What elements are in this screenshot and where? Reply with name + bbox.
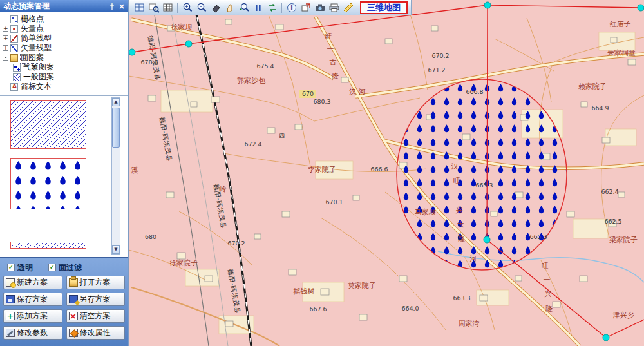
tree-item-arrow-text[interactable]: 箭标文本 [3, 82, 128, 91]
tree-item-area-pattern[interactable]: - 面图案 [3, 53, 128, 62]
export-icon[interactable] [299, 1, 312, 14]
vector-point-icon [10, 25, 18, 33]
close-icon[interactable]: × [118, 3, 125, 10]
app-window: 德阳-阿坝茂县德阳-阿坝茂县德阳-阿坝茂县德阳-阿坝茂县678.8675.467… [0, 0, 644, 346]
panel-title: 动态预案管理 [3, 1, 108, 12]
svg-text:670.2: 670.2 [431, 52, 449, 59]
scroll-thumb[interactable] [112, 108, 120, 148]
map-canvas[interactable]: 德阳-阿坝茂县德阳-阿坝茂县德阳-阿坝茂县德阳-阿坝茂县678.8675.467… [129, 0, 644, 346]
svg-text:一: 一 [327, 45, 334, 53]
svg-text:周家湾: 周家湾 [459, 320, 480, 328]
scroll-up-icon[interactable]: ▲ [112, 98, 120, 106]
svg-text:662.4: 662.4 [601, 188, 618, 195]
grid-point-icon [10, 15, 18, 23]
info-icon[interactable]: i [285, 1, 298, 14]
tree-item-vector-line[interactable]: + 矢量线型 [3, 43, 128, 53]
edit-params-icon [6, 329, 15, 337]
edit-params-button[interactable]: 修改参数 [3, 326, 62, 340]
saveas-plan-button[interactable]: 另存方案 [66, 293, 126, 306]
svg-text:680.3: 680.3 [313, 98, 330, 105]
pan-icon[interactable] [223, 1, 236, 14]
svg-text:摇钱树: 摇钱树 [294, 287, 315, 296]
open-plan-button[interactable]: 打开方案 [66, 276, 126, 289]
svg-text:665.3: 665.3 [475, 182, 493, 189]
add-plan-button[interactable]: 添加方案 [3, 309, 62, 323]
checkbox-label: 面过滤 [59, 262, 82, 273]
expand-icon[interactable]: + [3, 35, 8, 41]
tree-item-grid-point[interactable]: 栅格点 [3, 14, 128, 24]
zoom-out-icon[interactable] [194, 1, 208, 14]
snapshot-icon[interactable] [313, 1, 327, 14]
arrow-text-icon [10, 83, 18, 91]
pattern-swatch-drops[interactable] [10, 158, 86, 209]
pattern-swatch-partial[interactable] [10, 242, 86, 249]
print-icon[interactable] [327, 1, 341, 14]
check-icon: ✓ [7, 264, 15, 271]
svg-text:李家院子: 李家院子 [308, 166, 336, 174]
scroll-down-icon[interactable]: ▼ [112, 245, 120, 254]
svg-text:徐家坝: 徐家坝 [171, 23, 193, 32]
area-filter-checkbox[interactable]: ✓ 面过滤 [48, 262, 82, 273]
tree-item-label: 箭标文本 [21, 81, 52, 92]
svg-text:663.3: 663.3 [453, 294, 470, 302]
panel-titlebar: 动态预案管理 × [0, 0, 128, 12]
edit-attrs-icon [69, 329, 78, 337]
plan-controls: ✓ 透明 ✓ 面过滤 新建方案 打开方案 保存方案 另存方案 添加方案 清空方案… [0, 257, 128, 346]
pause-icon[interactable] [251, 1, 265, 14]
pattern-swatch-hatch[interactable] [10, 100, 86, 149]
svg-text:675.4: 675.4 [256, 62, 274, 70]
svg-text:隆: 隆 [546, 305, 553, 313]
expand-icon[interactable]: + [3, 45, 8, 51]
toolbar-separator [281, 3, 282, 13]
grid-icon[interactable] [161, 1, 175, 14]
pin-icon[interactable] [108, 3, 116, 10]
edit-attrs-button[interactable]: 修改属性 [66, 326, 126, 340]
layer-tree: 栅格点 + 矢量点 + 简单线型 + 矢量线型 - 面图案 [0, 12, 128, 96]
svg-text:汉 河: 汉 河 [349, 88, 366, 96]
pattern-list-scrollbar[interactable]: ▲ ▼ [111, 97, 120, 255]
erase-icon[interactable] [209, 1, 222, 14]
svg-text:671.2: 671.2 [428, 66, 445, 73]
save-plan-button[interactable]: 保存方案 [3, 293, 62, 306]
swap-icon[interactable] [265, 1, 279, 14]
expand-icon[interactable]: + [3, 26, 8, 32]
svg-text:664.9: 664.9 [591, 104, 609, 111]
svg-text:梁家院子: 梁家院子 [609, 236, 638, 244]
collapse-icon[interactable]: - [3, 55, 8, 61]
svg-text:662.5: 662.5 [604, 218, 621, 225]
svg-text:旺: 旺 [325, 32, 332, 41]
measure-icon[interactable] [341, 1, 355, 14]
svg-text:680: 680 [145, 233, 156, 240]
saveas-plan-icon [69, 295, 78, 303]
map-toolbar: i 三维地图 [129, 0, 412, 15]
svg-text:汉: 汉 [451, 162, 459, 171]
svg-text:兴: 兴 [456, 206, 463, 215]
clear-plan-icon [69, 312, 78, 320]
plan-pattern-zone[interactable] [397, 79, 567, 270]
transparent-checkbox[interactable]: ✓ 透明 [7, 262, 33, 273]
map-3d-button[interactable]: 三维地图 [360, 1, 408, 14]
scroll-track[interactable] [112, 106, 120, 245]
svg-text:665.3: 665.3 [529, 233, 547, 240]
zoom-window-icon[interactable] [147, 1, 160, 14]
svg-text:i: i [290, 4, 292, 11]
tree-item-simple-line[interactable]: + 简单线型 [3, 34, 128, 43]
svg-text:670.2: 670.2 [227, 240, 245, 247]
map-svg[interactable]: 德阳-阿坝茂县德阳-阿坝茂县德阳-阿坝茂县德阳-阿坝茂县678.8675.467… [129, 0, 644, 346]
svg-text:678.8: 678.8 [140, 59, 158, 66]
svg-text:西: 西 [279, 131, 285, 139]
tree-item-general-pattern[interactable]: 一般图案 [3, 72, 128, 82]
svg-text:670.1: 670.1 [325, 198, 343, 206]
save-map-icon[interactable] [133, 1, 146, 14]
clear-plan-button[interactable]: 清空方案 [66, 309, 126, 323]
svg-text:徐家院子: 徐家院子 [169, 259, 198, 267]
new-plan-button[interactable]: 新建方案 [3, 276, 62, 289]
zoom-in-icon[interactable] [180, 1, 194, 14]
zoom-back-icon[interactable] [237, 1, 251, 14]
svg-text:隆: 隆 [459, 235, 466, 243]
add-plan-icon [6, 312, 15, 320]
svg-text:隆: 隆 [332, 72, 339, 81]
folder-icon [10, 54, 18, 62]
tree-item-vector-point[interactable]: + 矢量点 [3, 24, 128, 34]
tree-item-weather-pattern[interactable]: 气象图案 [3, 62, 128, 72]
